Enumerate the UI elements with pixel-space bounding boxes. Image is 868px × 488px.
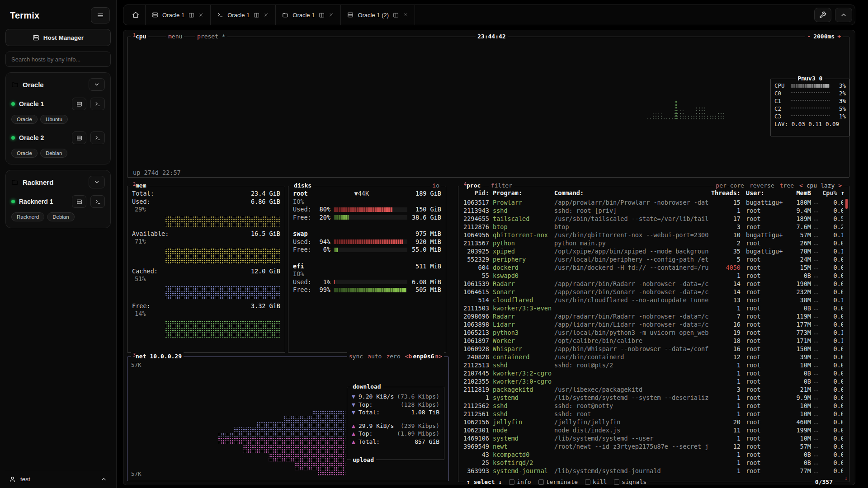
process-row[interactable]: 2112562sshdsshd: root@notty1root10M0.0 <box>462 402 843 410</box>
btop-refresh-control[interactable]: - 2000ms + <box>805 33 843 41</box>
process-row[interactable]: 25ksoftirqd/21root0B0.0 <box>462 459 843 467</box>
sidebar-menu-button[interactable] <box>91 7 110 23</box>
proc-action-kill[interactable]: kill <box>585 478 607 485</box>
group-collapse-button[interactable] <box>89 176 105 188</box>
host-connect-button[interactable] <box>72 131 86 144</box>
process-mem: 26M <box>786 239 811 247</box>
host-terminal-button[interactable] <box>90 131 105 144</box>
proc-action-terminate[interactable]: terminate <box>538 478 578 485</box>
process-list[interactable]: 1063517Prowlarr/app/prowlarr/bin/Prowlar… <box>462 198 843 477</box>
process-threads: 3 <box>709 223 741 231</box>
process-row[interactable]: 2112876btopbtop3root7.6M0.2 <box>462 223 843 231</box>
dots-leader <box>814 198 818 204</box>
process-row[interactable]: 43kcompactd01root0B0.0 <box>462 450 843 459</box>
net-chip-auto[interactable]: auto <box>368 352 382 361</box>
refresh-increase[interactable]: + <box>837 33 841 41</box>
process-row[interactable]: 2102355kworker/3:0-cgro1root0B0.0 <box>462 377 843 385</box>
process-row[interactable]: 2107445kworker/3:2-cgro1root0B0.0 <box>462 369 843 377</box>
next-interface[interactable]: n> <box>435 353 442 360</box>
process-row[interactable]: 203925xpiped/opt/xpipe/app/bin/xpiped --… <box>462 247 843 255</box>
host-connect-button[interactable] <box>72 195 86 208</box>
process-command <box>554 369 709 377</box>
chip-hotkey: r <box>750 182 753 189</box>
process-row[interactable]: 1063898Lidarr/app/lidarr/bin/Lidarr -nob… <box>462 320 843 328</box>
host-group-header[interactable]: Oracle <box>10 77 106 94</box>
process-row[interactable]: 240828containerd/usr/bin/containerd12roo… <box>462 353 843 361</box>
process-row[interactable]: 1064956qbittorrent-nox/usr/bin/qbittorre… <box>462 231 843 239</box>
admin-tools-button[interactable] <box>814 8 831 22</box>
key-hint-icon <box>585 479 590 485</box>
tab-split-button[interactable] <box>393 12 399 18</box>
host-connect-button[interactable] <box>72 98 86 110</box>
tab-oracle-1[interactable]: Oracle 1 <box>275 5 340 25</box>
net-chip-sync[interactable]: sync <box>349 352 363 361</box>
process-row[interactable]: 552329periphery/usr/local/bin/periphery … <box>462 255 843 263</box>
tab-oracle-1[interactable]: Oracle 1 <box>145 5 210 25</box>
process-row[interactable]: 2112819packagekitd/usr/libexec/packageki… <box>462 385 843 394</box>
group-collapse-button[interactable] <box>89 78 105 91</box>
tab-close-button[interactable] <box>264 12 269 18</box>
sidebar-footer[interactable]: test <box>5 471 111 483</box>
host-item[interactable]: Racknerd 1 <box>10 191 106 209</box>
tab-split-button[interactable] <box>189 12 194 18</box>
net-chip-zero[interactable]: zero <box>386 352 400 361</box>
process-row[interactable]: 2112513sshdsshd: root@pts/21root10M0.0 <box>462 361 843 369</box>
process-row[interactable]: 2113943sshdsshd: root [priv]1root9.4M0.0 <box>462 206 843 215</box>
tab-oracle-1-2-[interactable]: Oracle 1 (2) <box>340 5 415 25</box>
process-row[interactable]: 1063517Prowlarr/app/prowlarr/bin/Prowlar… <box>462 198 843 206</box>
process-row[interactable]: 1064615Sonarr/app/sonarr/bin/Sonarr -nob… <box>462 288 843 296</box>
host-manager-button[interactable]: Host Manager <box>5 29 111 46</box>
tab-close-button[interactable] <box>329 12 334 18</box>
sort-next[interactable]: > <box>838 182 842 189</box>
net-interface-selector[interactable]: <benp0s6n> <box>405 352 442 361</box>
process-row[interactable]: 363993systemd-journal/lib/systemd/system… <box>462 467 843 475</box>
home-button[interactable] <box>126 7 145 23</box>
tab-close-button[interactable] <box>403 12 408 18</box>
btop-io-chip[interactable]: io <box>430 182 441 190</box>
tab-split-button[interactable] <box>319 12 325 18</box>
process-row[interactable]: 604dockerd/usr/bin/dockerd -H fd:// --co… <box>462 263 843 272</box>
btop-preset-chip[interactable]: preset * <box>195 33 227 41</box>
host-item[interactable]: Oracle 2 <box>10 127 106 145</box>
process-row[interactable]: 1061897Worker/opt/calibre/bin/calibre18r… <box>462 337 843 345</box>
process-row[interactable]: 2294655tailscaled/usr/sbin/tailscaled --… <box>462 215 843 223</box>
process-row[interactable]: 2111503kworker/3:3-even1root0B0.0 <box>462 304 843 312</box>
host-group-header[interactable]: Racknerd <box>10 175 106 191</box>
process-cpu: 0.0 <box>821 467 843 475</box>
tab-close-button[interactable] <box>198 12 204 18</box>
host-terminal-button[interactable] <box>90 98 105 110</box>
process-program: Whisparr <box>493 345 554 353</box>
tab-oracle-1[interactable]: Oracle 1 <box>210 5 275 25</box>
process-row[interactable]: 1065213python3/usr/local/bin/python3 -m … <box>462 328 843 337</box>
collapse-tabbar-button[interactable] <box>835 8 852 22</box>
proc-action-signals[interactable]: signals <box>614 478 646 485</box>
chevron-up-icon[interactable] <box>100 476 107 483</box>
refresh-decrease[interactable]: - <box>807 33 811 41</box>
process-program: node <box>493 426 554 434</box>
process-row[interactable]: 3969549newt/root/newt --id z3rtyep2175u8… <box>462 442 843 450</box>
process-row[interactable]: 514cloudflared/usr/bin/cloudflared --no-… <box>462 296 843 304</box>
host-item[interactable]: Oracle 1 <box>10 94 106 111</box>
process-row[interactable]: 2112561sshdsshd: root1root10M0.0 <box>462 410 843 418</box>
tab-split-button[interactable] <box>254 12 259 18</box>
process-row[interactable]: 2098696Radarr/app/radarr/bin/Radarr -nob… <box>462 312 843 320</box>
process-row[interactable]: 2113567pythonpython main.py2root26M0.0 <box>462 239 843 247</box>
process-cpu: 0.0 <box>821 353 843 361</box>
sort-prev[interactable]: < <box>799 182 803 189</box>
process-row[interactable]: 1062156jellyfin/jellyfin/jellyfin20root4… <box>462 418 843 426</box>
btop-menu-chip[interactable]: menu <box>166 33 184 41</box>
process-row[interactable]: 1062301nodenode dist/index.js11root199M0… <box>462 426 843 434</box>
process-table-header[interactable]: Pid: Program: Command: Threads: User: Me… <box>462 189 843 197</box>
proc-scrollbar[interactable] <box>845 199 848 209</box>
proc-action-info[interactable]: info <box>509 478 531 485</box>
process-row[interactable]: 55kswapd01root0B0.0 <box>462 272 843 280</box>
process-row[interactable]: 1469106systemd/lib/systemd/systemd --use… <box>462 434 843 442</box>
host-terminal-button[interactable] <box>90 195 105 208</box>
process-row[interactable]: 1060928Whisparr/app/bin/Whisparr --nobro… <box>462 345 843 353</box>
process-row[interactable]: 1systemd/lib/systemd/systemd --system --… <box>462 394 843 402</box>
chip-hotkey: t <box>780 182 783 189</box>
host-search-input[interactable] <box>5 52 111 67</box>
terminal-view[interactable]: 1 cpu menu preset * 23:44:42 - 2000ms + … <box>123 30 855 485</box>
prev-interface[interactable]: <b <box>405 353 412 360</box>
process-row[interactable]: 1061539Radarr/app/radarr/bin/Radarr -nob… <box>462 280 843 288</box>
